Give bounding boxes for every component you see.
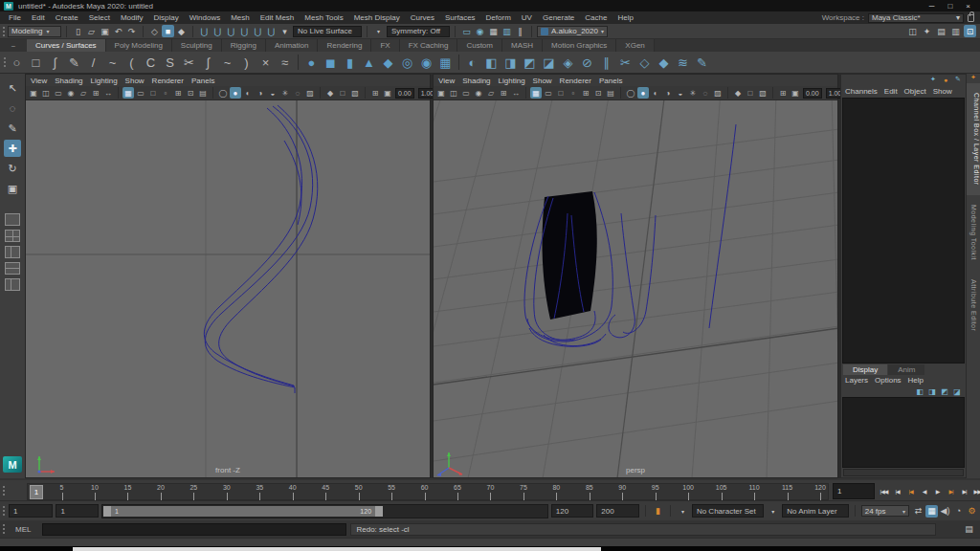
lasso-tool-icon[interactable]: ◌ bbox=[4, 99, 21, 117]
current-time-field[interactable]: 1 bbox=[833, 483, 875, 499]
shaded-mode-icon[interactable]: ● bbox=[637, 87, 649, 99]
range-start-handle[interactable] bbox=[103, 506, 111, 517]
loft-icon[interactable]: ◧ bbox=[482, 54, 501, 72]
front-viewport[interactable]: front -Z bbox=[26, 99, 430, 477]
nurbs-circle-filled-icon[interactable]: ◉ bbox=[417, 54, 435, 72]
insert-knot-icon[interactable]: ∫ bbox=[199, 54, 217, 72]
anim-layer-select[interactable]: No Anim Layer bbox=[782, 504, 849, 518]
snap-options-caret-icon[interactable]: ▾ bbox=[278, 25, 291, 37]
minimize-button[interactable]: ─ bbox=[929, 2, 935, 11]
attach-surfaces-icon[interactable]: ≋ bbox=[674, 54, 692, 72]
isolate-select-icon[interactable]: ◆ bbox=[324, 87, 336, 99]
shelf-tab-custom[interactable]: Custom bbox=[457, 39, 502, 52]
nurbs-torus-icon[interactable]: ◎ bbox=[398, 54, 416, 72]
anti-aliasing-icon[interactable]: ▨ bbox=[712, 87, 724, 99]
step-forward-frame-icon[interactable]: ▶| bbox=[958, 485, 970, 497]
playback-loop-icon[interactable]: ⇄ bbox=[912, 505, 924, 518]
symmetry-field[interactable]: Symmetry: Off bbox=[387, 26, 450, 37]
fps-select[interactable]: 24 fps ▾ bbox=[861, 505, 909, 517]
channel-menu-channels[interactable]: Channels bbox=[843, 87, 882, 96]
layer-tab-anim[interactable]: Anim bbox=[888, 364, 924, 375]
close-button[interactable]: × bbox=[966, 2, 970, 11]
menu-edit[interactable]: Edit bbox=[27, 13, 50, 22]
textured-mode-icon[interactable]: ◐ bbox=[650, 87, 661, 99]
oo-toggle-icon[interactable]: ↔ bbox=[510, 87, 522, 99]
bookmark-icon[interactable]: ▮ bbox=[652, 505, 664, 518]
new-scene-icon[interactable]: ▯ bbox=[72, 25, 84, 37]
field-chart-icon[interactable]: ⊞ bbox=[172, 87, 184, 99]
snap-to-grid-icon[interactable]: ⋃ bbox=[198, 25, 211, 37]
bookmark-view-icon[interactable]: ◉ bbox=[65, 87, 77, 99]
command-language-toggle[interactable]: MEL bbox=[10, 525, 38, 534]
revolve-icon[interactable]: ◐ bbox=[463, 54, 481, 72]
gate-mask-icon[interactable]: ▫ bbox=[160, 87, 171, 99]
attribute-editor-toggle-icon[interactable]: ▥ bbox=[949, 25, 962, 37]
pause-viewport-icon[interactable]: ∥ bbox=[514, 25, 526, 37]
select-camera-icon[interactable]: ▣ bbox=[28, 87, 39, 99]
extend-curve-icon[interactable]: ~ bbox=[218, 54, 236, 72]
select-camera-icon[interactable]: ▣ bbox=[435, 87, 447, 99]
shelf-collapse-icon[interactable]: − bbox=[8, 41, 19, 51]
step-back-key-icon[interactable]: |◀ bbox=[904, 485, 917, 497]
vp-left-menu-show[interactable]: Show bbox=[123, 77, 150, 85]
motion-blur-icon[interactable]: ◌ bbox=[292, 87, 303, 99]
shadows-icon[interactable]: ◒ bbox=[675, 87, 686, 99]
offset-curve-icon[interactable]: ) bbox=[237, 54, 256, 72]
channel-menu-show[interactable]: Show bbox=[931, 87, 957, 96]
vp-right-menu-lighting[interactable]: Lighting bbox=[497, 77, 531, 85]
menu-mesh-display[interactable]: Mesh Display bbox=[349, 13, 405, 22]
shelf-grip[interactable] bbox=[3, 56, 7, 68]
ep-curve-tool-icon[interactable]: ✎ bbox=[65, 54, 83, 72]
arc-two-point-icon[interactable]: C bbox=[142, 54, 160, 72]
exposure-toggle-icon[interactable]: ⊞ bbox=[369, 87, 381, 99]
menu-mesh[interactable]: Mesh bbox=[226, 13, 255, 22]
vp-left-menu-lighting[interactable]: Lighting bbox=[89, 77, 123, 85]
workspace-lock-icon[interactable] bbox=[968, 14, 974, 22]
channel-speed-icon-icon[interactable]: ● bbox=[941, 75, 950, 84]
menu-edit-mesh[interactable]: Edit Mesh bbox=[256, 13, 300, 22]
range-end-handle[interactable] bbox=[375, 506, 383, 517]
step-forward-key-icon[interactable]: ▶| bbox=[945, 485, 957, 497]
bookmark-view-icon[interactable]: ◉ bbox=[473, 87, 484, 99]
boundary-icon[interactable]: ◈ bbox=[559, 54, 577, 72]
x-ray-mode-icon[interactable]: □ bbox=[337, 87, 348, 99]
layer-list[interactable] bbox=[842, 397, 965, 468]
lock-camera-icon[interactable]: ◫ bbox=[448, 87, 459, 99]
menu-file[interactable]: File bbox=[4, 13, 26, 22]
redo-icon[interactable]: ↷ bbox=[125, 25, 138, 37]
range-slider[interactable]: 1 120 bbox=[101, 504, 548, 518]
playback-range-bar[interactable]: 1 120 bbox=[103, 506, 383, 517]
film-gate-icon[interactable]: ▭ bbox=[135, 87, 146, 99]
tool-settings-toggle-icon[interactable]: ⊡ bbox=[964, 25, 976, 37]
channel-stats-icon-icon[interactable]: ✦ bbox=[928, 75, 938, 84]
undo-icon[interactable]: ↶ bbox=[112, 25, 124, 37]
auto-keyframe-icon[interactable]: ▦ bbox=[925, 505, 938, 518]
cv-curve-tool-icon[interactable]: ∫ bbox=[46, 54, 64, 72]
gamma-toggle-icon[interactable]: ▣ bbox=[382, 87, 393, 99]
move-layer-up-icon[interactable]: ◧ bbox=[915, 386, 924, 396]
shelf-tab-sculpting[interactable]: Sculpting bbox=[172, 39, 222, 52]
cut-curve-icon[interactable]: × bbox=[256, 54, 275, 72]
two-d-pan-zoom-icon[interactable]: ⊞ bbox=[90, 87, 101, 99]
go-to-start-icon[interactable]: |◀◀ bbox=[878, 485, 890, 497]
select-component-icon[interactable]: ◆ bbox=[175, 25, 188, 37]
extrude-icon[interactable]: ◩ bbox=[521, 54, 539, 72]
vp-right-menu-renderer[interactable]: Renderer bbox=[558, 77, 597, 85]
nurbs-square-icon[interactable]: □ bbox=[27, 54, 45, 72]
exposure-field[interactable]: 0.00 bbox=[803, 88, 822, 99]
grid-display-icon[interactable]: ▦ bbox=[530, 87, 542, 99]
workspace-select[interactable]: Maya Classic* ▾ bbox=[868, 13, 964, 23]
menu-mesh-tools[interactable]: Mesh Tools bbox=[300, 13, 347, 22]
character-set-caret-icon[interactable]: ▾ bbox=[677, 505, 689, 518]
menu-display[interactable]: Display bbox=[149, 13, 184, 22]
layout-four-pane[interactable] bbox=[5, 230, 20, 242]
film-gate-icon[interactable]: ▭ bbox=[543, 87, 554, 99]
select-object-icon[interactable]: ■ bbox=[162, 25, 174, 37]
shelf-tab-xgen[interactable]: XGen bbox=[616, 39, 654, 52]
birail-icon[interactable]: ◪ bbox=[540, 54, 558, 72]
shelf-tab-rigging[interactable]: Rigging bbox=[222, 39, 266, 52]
user-account-select[interactable]: A.aluko_2020 ▾ bbox=[537, 26, 608, 37]
safe-title-icon[interactable]: ▤ bbox=[197, 87, 209, 99]
nurbs-square-filled-icon[interactable]: ▦ bbox=[436, 54, 455, 72]
command-input[interactable] bbox=[42, 523, 346, 536]
